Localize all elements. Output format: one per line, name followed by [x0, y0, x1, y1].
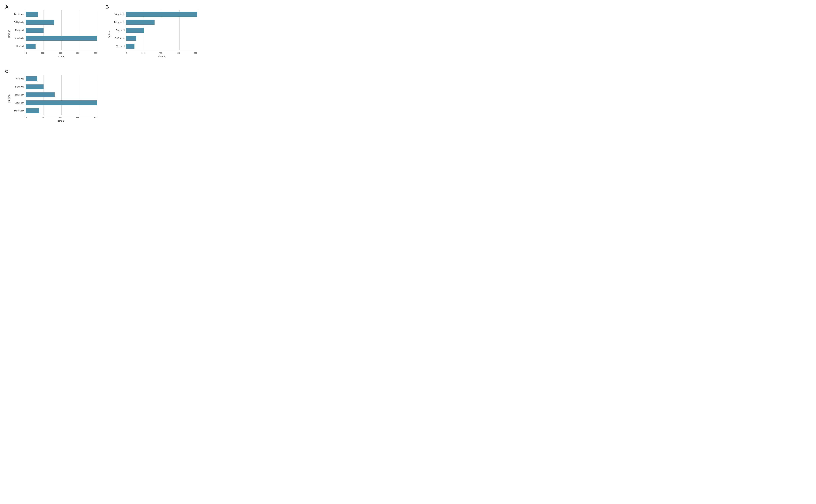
x-tick-A-0: 0 — [26, 52, 27, 54]
x-tick-B-3: 600 — [176, 52, 179, 54]
bar-C-0 — [26, 76, 37, 81]
bar-track-C-4 — [26, 107, 97, 115]
x-ticks-B: 0200400600800 — [126, 51, 197, 54]
bar-track-B-4 — [126, 42, 197, 50]
bar-row-A-0: Don't know — [10, 10, 97, 18]
x-tick-C-2: 400 — [59, 117, 62, 119]
chart-C: COpinionVery wellFairly wellFairly badly… — [3, 68, 100, 131]
chart-inner-C: OpinionVery wellFairly wellFairly badlyV… — [7, 75, 97, 122]
bar-track-A-3 — [26, 34, 97, 42]
x-ticks-container-A: 0200400600800Count — [26, 51, 97, 58]
x-axis-B: 0200400600800Count — [111, 51, 197, 58]
bar-label-C-3: Very badly — [10, 102, 26, 104]
bar-label-A-4: Very well — [10, 45, 26, 47]
bar-label-C-0: Very well — [10, 78, 26, 80]
chart-inner-B: OpinionVery badlyFairly badlyFairly well… — [107, 10, 197, 58]
bar-row-B-2: Fairly well — [111, 26, 197, 34]
plot-area-A: Don't knowFairly badlyFairly wellVery ba… — [10, 10, 97, 58]
bar-row-A-3: Very badly — [10, 34, 97, 42]
grid-line-B-4 — [197, 10, 197, 50]
x-ticks-C: 0200400600800 — [26, 116, 97, 119]
bar-A-2 — [26, 28, 44, 33]
x-axis-label-C: Count — [26, 120, 97, 122]
bar-B-1 — [126, 20, 154, 25]
x-tick-A-4: 800 — [94, 52, 97, 54]
x-axis-A: 0200400600800Count — [10, 51, 97, 58]
bar-track-C-3 — [26, 99, 97, 107]
x-tick-B-1: 200 — [141, 52, 144, 54]
bar-label-A-3: Very badly — [10, 37, 26, 39]
x-tick-B-4: 800 — [194, 52, 197, 54]
bar-track-B-0 — [126, 10, 197, 18]
bar-track-A-1 — [26, 18, 97, 26]
x-axis-label-A: Count — [26, 55, 97, 58]
bar-label-B-2: Fairly well — [111, 29, 126, 31]
bar-row-B-3: Don't know — [111, 34, 197, 42]
x-tick-C-1: 200 — [41, 117, 44, 119]
bar-row-B-4: Very well — [111, 42, 197, 50]
bar-B-0 — [126, 12, 197, 16]
bar-label-B-0: Very badly — [111, 13, 126, 15]
bar-label-A-1: Fairly badly — [10, 21, 26, 23]
bar-row-B-0: Very badly — [111, 10, 197, 18]
bars-area-B: Very badlyFairly badlyFairly wellDon't k… — [111, 10, 197, 50]
x-axis-C: 0200400600800Count — [10, 116, 97, 122]
bar-label-B-4: Very well — [111, 45, 126, 47]
bar-A-3 — [26, 36, 97, 41]
x-tick-C-0: 0 — [26, 117, 27, 119]
bar-row-B-1: Fairly badly — [111, 18, 197, 26]
x-tick-A-1: 200 — [41, 52, 44, 54]
bar-track-A-0 — [26, 10, 97, 18]
bar-track-B-3 — [126, 34, 197, 42]
x-tick-B-0: 0 — [126, 52, 127, 54]
chart-label-B: B — [105, 4, 109, 10]
bar-label-A-2: Fairly well — [10, 29, 26, 31]
bar-track-A-2 — [26, 26, 97, 34]
x-ticks-container-C: 0200400600800Count — [26, 116, 97, 122]
bars-area-A: Don't knowFairly badlyFairly wellVery ba… — [10, 10, 97, 50]
bar-label-B-3: Don't know — [111, 37, 126, 39]
bar-label-C-2: Fairly badly — [10, 94, 26, 96]
bar-row-A-4: Very well — [10, 42, 97, 50]
bar-A-0 — [26, 12, 38, 16]
chart-A: AOpinionDon't knowFairly badlyFairly wel… — [3, 3, 100, 66]
bar-row-A-2: Fairly well — [10, 26, 97, 34]
bar-row-A-1: Fairly badly — [10, 18, 97, 26]
x-tick-C-4: 800 — [94, 117, 97, 119]
bar-B-3 — [126, 36, 136, 41]
bar-track-B-2 — [126, 26, 197, 34]
plot-area-B: Very badlyFairly badlyFairly wellDon't k… — [111, 10, 197, 58]
bar-row-C-2: Fairly badly — [10, 91, 97, 99]
x-axis-label-B: Count — [126, 55, 197, 58]
bar-label-B-1: Fairly badly — [111, 21, 126, 23]
bar-C-3 — [26, 100, 97, 105]
chart-label-A: A — [5, 4, 8, 10]
bar-A-4 — [26, 44, 36, 49]
bar-row-C-3: Very badly — [10, 99, 97, 107]
x-tick-C-3: 600 — [76, 117, 79, 119]
bar-C-2 — [26, 92, 55, 97]
bar-row-C-4: Don't know — [10, 107, 97, 115]
chart-B: BOpinionVery badlyFairly badlyFairly wel… — [104, 3, 201, 66]
bar-B-2 — [126, 28, 144, 33]
bar-label-A-0: Don't know — [10, 13, 26, 15]
charts-grid: AOpinionDon't knowFairly badlyFairly wel… — [3, 3, 201, 131]
bar-track-C-1 — [26, 83, 97, 91]
bar-label-C-4: Don't know — [10, 110, 26, 112]
bar-row-C-0: Very well — [10, 75, 97, 83]
x-tick-B-2: 400 — [159, 52, 162, 54]
bar-track-B-1 — [126, 18, 197, 26]
bar-C-4 — [26, 108, 39, 113]
bar-row-C-1: Fairly well — [10, 83, 97, 91]
x-ticks-container-B: 0200400600800Count — [126, 51, 197, 58]
bar-track-C-2 — [26, 91, 97, 99]
chart-inner-A: OpinionDon't knowFairly badlyFairly well… — [7, 10, 97, 58]
bar-track-C-0 — [26, 75, 97, 83]
x-ticks-A: 0200400600800 — [26, 51, 97, 54]
x-tick-A-2: 400 — [59, 52, 62, 54]
bars-area-C: Very wellFairly wellFairly badlyVery bad… — [10, 75, 97, 115]
bar-B-4 — [126, 44, 134, 49]
bar-track-A-4 — [26, 42, 97, 50]
y-axis-label-B: Opinion — [107, 10, 111, 58]
bar-A-1 — [26, 20, 54, 25]
